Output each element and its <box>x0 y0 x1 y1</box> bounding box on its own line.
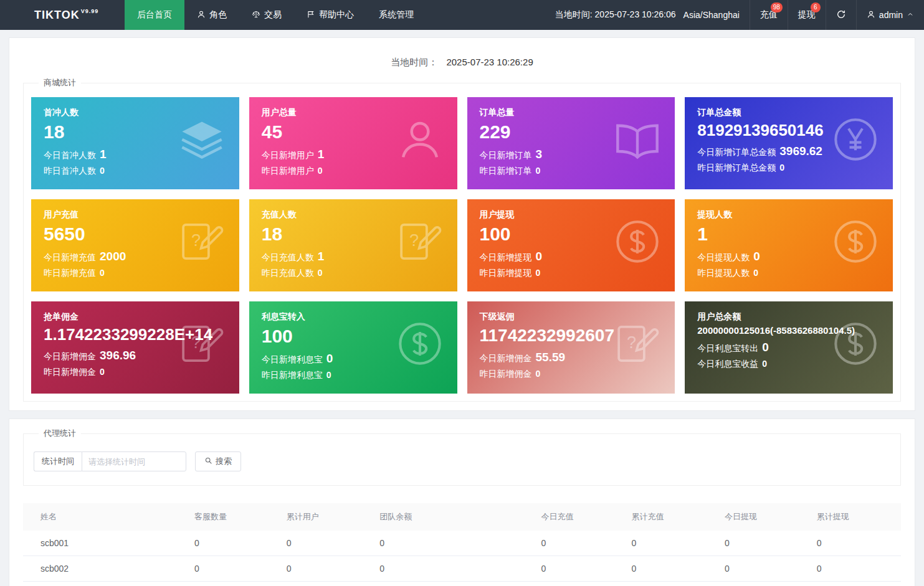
stat-card-withdraw-users: 提现人数 1 今日提现人数0 昨日提现人数0 <box>685 199 893 291</box>
user-icon <box>396 116 444 163</box>
svg-text:?: ? <box>409 230 418 250</box>
user-name: admin <box>879 10 903 20</box>
panel-time-label: 当地时间： <box>391 57 437 67</box>
logo[interactable]: TIKTOK V9.99 <box>0 0 125 30</box>
dollar-icon <box>832 320 879 367</box>
table-header-service-count: 客服数量 <box>188 503 280 531</box>
layers-icon <box>178 116 226 163</box>
stat-card-first-recharge-users: 首冲人数 18 今日首冲人数1 昨日首冲人数0 <box>31 97 239 189</box>
table-row: scb001 0 0 0 0 0 0 0 <box>23 531 901 556</box>
user-icon <box>197 10 206 21</box>
panel-local-time: 当地时间： 2025-07-23 10:26:29 <box>23 47 901 77</box>
flag-icon <box>307 10 315 21</box>
stat-card-total-user-balance: 用户总余额 20000000125016(-8583626880104.5) 今… <box>685 301 893 394</box>
dollar-icon <box>832 218 879 265</box>
svg-text:?: ? <box>191 230 201 250</box>
navbar-right: 当地时间: 2025-07-23 10:26:06 Asia/Shanghai … <box>545 0 924 30</box>
refresh-button[interactable] <box>826 0 856 30</box>
dollar-icon <box>396 320 444 367</box>
user-icon <box>867 10 875 21</box>
table-row: scb002 0 0 0 0 0 0 0 <box>23 556 901 582</box>
filter-time-input[interactable] <box>82 451 186 471</box>
stat-card-sub-rebate: 下级返佣 11742232992607 今日新增佣金55.59 昨日新增佣金0 … <box>467 301 675 394</box>
svg-text:?: ? <box>191 333 201 352</box>
table-header-team-balance: 团队余额 <box>373 503 535 531</box>
agent-table: 姓名 客服数量 累计用户 团队余额 今日充值 累计充值 今日提现 累计提现 sc… <box>23 503 901 586</box>
nav-item-role[interactable]: 角色 <box>184 0 239 30</box>
stat-card-total-order-amount: 订单总金额 81929139650146 今日新增订单总金额3969.62 昨日… <box>685 97 893 189</box>
stat-card-order-commission: 抢单佣金 1.1742233299228E+14 今日新增佣金396.96 昨日… <box>31 301 239 394</box>
agent-legend: 代理统计 <box>39 428 81 439</box>
nav-item-system[interactable]: 系统管理 <box>366 0 426 30</box>
search-icon <box>204 456 212 466</box>
table-header-total-recharge: 累计充值 <box>626 503 718 531</box>
recharge-badge: 98 <box>771 2 783 12</box>
stats-fieldset: 商城统计 首冲人数 18 今日首冲人数1 昨日首冲人数0 用户总量 45 今日新… <box>23 77 901 402</box>
filter-time-label: 统计时间 <box>34 451 82 471</box>
chevron-up-icon <box>907 10 914 20</box>
edit-icon: ? <box>396 218 444 265</box>
top-navbar: TIKTOK V9.99 后台首页 角色 交易 帮助中心 系统管理 当地时间: … <box>0 0 924 30</box>
stats-legend: 商城统计 <box>39 77 81 88</box>
table-header-today-recharge: 今日充值 <box>535 503 625 531</box>
scale-icon <box>252 10 260 21</box>
table-row: sc003 0 0 0 0 0 0 0 <box>23 582 901 586</box>
table-header-total-withdraw: 累计提现 <box>811 503 901 531</box>
edit-icon: ? <box>614 320 661 367</box>
book-icon <box>614 116 661 163</box>
logo-text: TIKTOK <box>34 9 80 22</box>
navbar-local-time: 当地时间: 2025-07-23 10:26:06 <box>545 0 680 30</box>
nav-item-trade[interactable]: 交易 <box>239 0 294 30</box>
logo-version: V9.99 <box>81 8 99 14</box>
nav-item-dashboard[interactable]: 后台首页 <box>125 0 184 30</box>
stat-card-user-recharge: 用户充值 5650 今日新增充值2000 昨日新增充值0 ? <box>31 199 239 291</box>
stat-card-total-users: 用户总量 45 今日新增用户1 昨日新增用户0 <box>249 97 457 189</box>
edit-icon: ? <box>178 218 226 265</box>
stat-card-total-orders: 订单总量 229 今日新增订单3 昨日新增订单0 <box>467 97 675 189</box>
stat-card-interest-transfer-in: 利息宝转入 100 今日新增利息宝0 昨日新增利息宝0 <box>249 301 457 394</box>
edit-icon: ? <box>178 320 226 367</box>
agent-fieldset: 代理统计 统计时间 搜索 <box>23 428 901 486</box>
yen-icon <box>832 116 879 163</box>
nav-item-help-center[interactable]: 帮助中心 <box>294 0 366 30</box>
panel-time-value: 2025-07-23 10:26:29 <box>446 57 533 67</box>
svg-text:?: ? <box>627 333 636 352</box>
search-button[interactable]: 搜索 <box>195 451 241 471</box>
agent-filter-row: 统计时间 搜索 <box>31 448 893 478</box>
recharge-button[interactable]: 充值 98 <box>750 0 788 30</box>
stat-card-recharge-users: 充值人数 18 今日充值人数1 昨日充值人数0 ? <box>249 199 457 291</box>
stats-cards-grid: 首冲人数 18 今日首冲人数1 昨日首冲人数0 用户总量 45 今日新增用户1 … <box>31 97 893 394</box>
agent-panel: 代理统计 统计时间 搜索 姓名 客服数量 累计用户 团队余额 今日充值 累计充值… <box>9 418 915 586</box>
stat-card-user-withdraw: 用户提现 100 今日新增提现0 昨日新增提现0 <box>467 199 675 291</box>
table-header-today-withdraw: 今日提现 <box>718 503 811 531</box>
table-header-total-users: 累计用户 <box>280 503 373 531</box>
stats-panel: 当地时间： 2025-07-23 10:26:29 商城统计 首冲人数 18 今… <box>9 37 915 411</box>
table-header-row: 姓名 客服数量 累计用户 团队余额 今日充值 累计充值 今日提现 累计提现 <box>23 503 901 531</box>
withdraw-badge: 6 <box>811 2 821 12</box>
table-header-name: 姓名 <box>23 503 188 531</box>
refresh-icon <box>836 9 846 21</box>
main-menu: 后台首页 角色 交易 帮助中心 系统管理 <box>125 0 426 30</box>
withdraw-button[interactable]: 提现 6 <box>788 0 826 30</box>
navbar-timezone: Asia/Shanghai <box>680 0 750 30</box>
dollar-icon <box>614 218 661 265</box>
user-menu[interactable]: admin <box>856 0 924 30</box>
